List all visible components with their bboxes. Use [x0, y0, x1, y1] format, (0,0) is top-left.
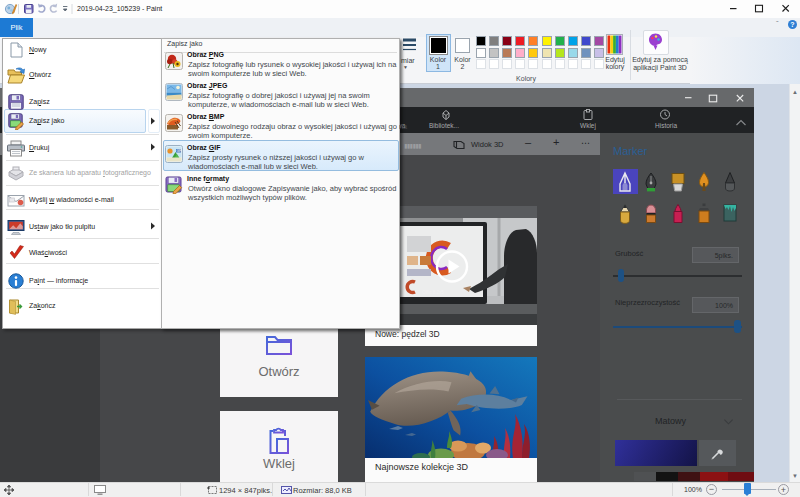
svg-text:Offic 8.2x5: Offic 8.2x5	[422, 290, 444, 295]
svg-text:GIF: GIF	[176, 149, 181, 153]
